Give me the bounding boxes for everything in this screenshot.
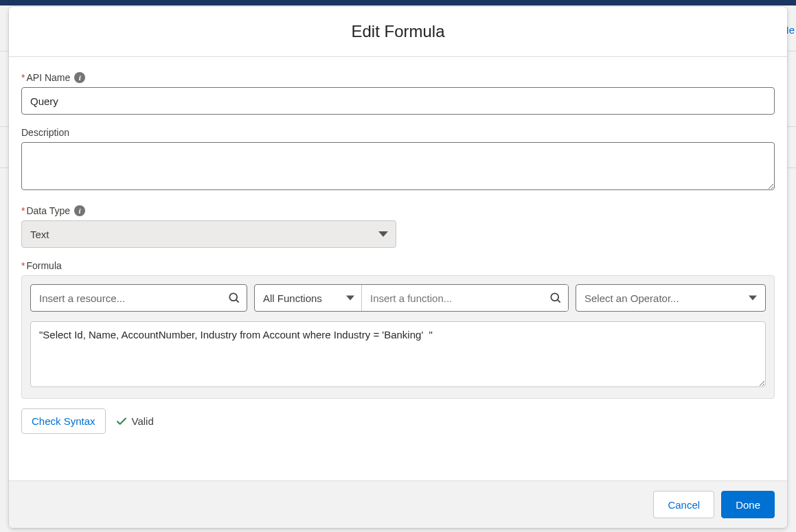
- modal-body: *API Name i Description *Data Type i Tex…: [9, 57, 787, 481]
- required-indicator: *: [21, 205, 25, 216]
- api-name-label: *API Name i: [21, 72, 775, 83]
- api-name-label-text: API Name: [26, 72, 70, 83]
- syntax-status: Valid: [115, 415, 154, 428]
- field-description: Description: [21, 127, 775, 193]
- svg-point-2: [551, 293, 558, 301]
- svg-line-1: [236, 300, 239, 303]
- field-api-name: *API Name i: [21, 72, 775, 115]
- description-input[interactable]: [21, 142, 775, 190]
- info-icon[interactable]: i: [74, 205, 85, 216]
- field-formula: *Formula All Functions: [21, 260, 775, 399]
- data-type-value: Text: [30, 229, 49, 240]
- function-search: [362, 285, 568, 311]
- formula-expression-input[interactable]: [30, 321, 766, 387]
- data-type-select-wrap: Text: [21, 220, 396, 248]
- function-picker-group: All Functions: [254, 284, 569, 312]
- svg-line-3: [558, 300, 560, 303]
- syntax-status-text: Valid: [132, 415, 154, 427]
- cancel-button[interactable]: Cancel: [653, 491, 714, 518]
- field-data-type: *Data Type i Text: [21, 205, 775, 248]
- data-type-label: *Data Type i: [21, 205, 775, 216]
- chevron-down-icon: [749, 296, 757, 301]
- operator-placeholder: Select an Operator...: [584, 292, 679, 304]
- operator-select[interactable]: Select an Operator...: [576, 284, 766, 312]
- description-label-text: Description: [21, 127, 69, 138]
- chevron-down-icon: [378, 231, 388, 237]
- app-top-bar: [0, 0, 796, 5]
- modal-header: Edit Formula: [9, 7, 787, 57]
- svg-point-0: [229, 293, 237, 301]
- data-type-select[interactable]: Text: [21, 220, 396, 248]
- checkmark-icon: [115, 415, 128, 428]
- required-indicator: *: [21, 260, 25, 271]
- function-category-select[interactable]: All Functions: [255, 285, 362, 311]
- formula-toolbar: All Functions Select an Operator...: [30, 284, 766, 312]
- required-indicator: *: [21, 72, 25, 83]
- function-input[interactable]: [362, 285, 568, 311]
- edit-formula-modal: Edit Formula *API Name i Description *Da…: [9, 7, 787, 528]
- search-icon: [227, 291, 241, 305]
- done-button[interactable]: Done: [721, 491, 775, 518]
- resource-input[interactable]: [31, 285, 247, 311]
- check-syntax-button[interactable]: Check Syntax: [21, 408, 106, 434]
- function-category-value: All Functions: [263, 292, 322, 304]
- data-type-label-text: Data Type: [26, 205, 70, 216]
- search-icon: [549, 291, 562, 305]
- api-name-input[interactable]: [21, 87, 775, 115]
- syntax-row: Check Syntax Valid: [21, 408, 775, 434]
- formula-builder: All Functions Select an Operator...: [21, 275, 775, 399]
- chevron-down-icon: [346, 296, 354, 301]
- modal-footer: Cancel Done: [9, 481, 787, 528]
- formula-label-text: Formula: [26, 260, 61, 271]
- formula-label: *Formula: [21, 260, 775, 271]
- resource-picker[interactable]: [30, 284, 247, 312]
- modal-title: Edit Formula: [20, 22, 776, 41]
- description-label: Description: [21, 127, 775, 138]
- info-icon[interactable]: i: [74, 72, 85, 83]
